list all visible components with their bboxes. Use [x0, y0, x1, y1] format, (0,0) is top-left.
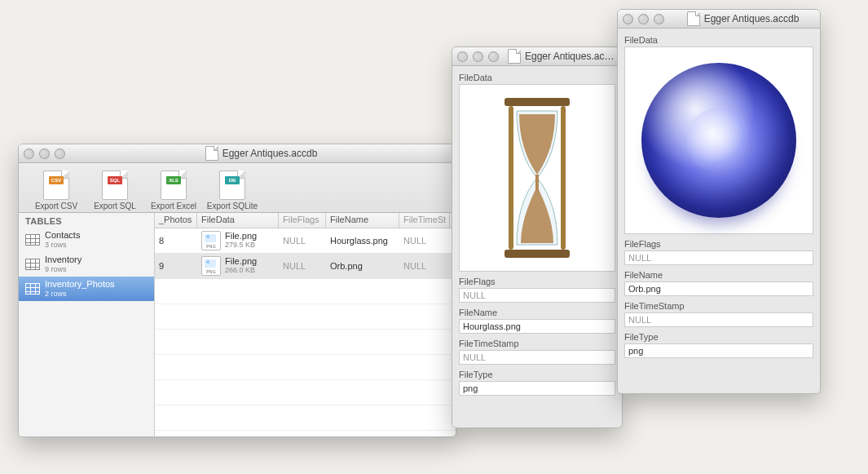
window-title: Egger Antiques.accdb	[525, 51, 615, 62]
cell-file-size: 266.0 KB	[225, 266, 257, 275]
close-icon[interactable]	[457, 51, 468, 62]
toolbar: CSV Export CSV SQL Export SQL XLS Export…	[19, 163, 456, 213]
label-fileflags: FileFlags	[459, 277, 615, 286]
cell-file-name: File.png	[225, 257, 257, 266]
filedata-image	[624, 47, 813, 234]
table-icon	[25, 283, 40, 295]
col-filename[interactable]: FileName	[326, 213, 399, 228]
field-fileflags[interactable]: NULL	[624, 250, 813, 265]
zoom-icon[interactable]	[55, 148, 65, 159]
sidebar-item-label: Inventory	[45, 255, 82, 264]
sidebar-heading: TABLES	[19, 213, 154, 228]
detail-window-hourglass: Egger Antiques.accdb FileData FileFlags …	[452, 47, 623, 428]
col-fileflags[interactable]: FileFlags	[279, 213, 326, 228]
export-excel-label: Export Excel	[151, 202, 196, 210]
svg-rect-3	[561, 106, 566, 250]
sidebar: TABLES Contacts 3 rows Inventory 9 rows …	[19, 213, 155, 437]
svg-rect-4	[535, 175, 539, 191]
detail1-titlebar[interactable]: Egger Antiques.accdb	[452, 47, 622, 66]
csv-icon: CSV	[49, 176, 64, 184]
export-csv-label: Export CSV	[35, 202, 77, 210]
data-grid: _Photos FileData FileFlags FileName File…	[155, 213, 456, 437]
field-filetype[interactable]: png	[459, 381, 615, 396]
label-filedata: FileData	[459, 73, 615, 82]
sidebar-item-label: Contacts	[45, 230, 80, 240]
export-sqlite-label: Export SQLite	[207, 202, 258, 210]
sidebar-item-inventory-photos[interactable]: Inventory_Photos 2 rows	[19, 277, 154, 301]
sidebar-item-rowcount: 9 rows	[45, 264, 82, 274]
export-sqlite-button[interactable]: DB Export SQLite	[203, 171, 262, 210]
field-filets[interactable]: NULL	[624, 312, 813, 327]
detail-window-orb: Egger Antiques.accdb FileData FileFlags …	[617, 9, 821, 394]
sidebar-item-label: Inventory_Photos	[45, 279, 115, 289]
db-icon: DB	[225, 176, 240, 184]
traffic-lights	[24, 148, 65, 159]
cell-id: 9	[155, 261, 197, 271]
svg-rect-1	[504, 250, 570, 258]
document-icon	[205, 146, 218, 161]
label-filets: FileTimeStamp	[459, 339, 615, 348]
png-icon	[201, 256, 221, 276]
minimize-icon[interactable]	[638, 14, 649, 24]
field-fileflags[interactable]: NULL	[459, 288, 615, 303]
field-filetype[interactable]: png	[624, 343, 813, 358]
zoom-icon[interactable]	[654, 14, 664, 24]
close-icon[interactable]	[24, 148, 34, 159]
export-csv-button[interactable]: CSV Export CSV	[27, 171, 86, 210]
cell-fileflags: NULL	[279, 261, 326, 271]
cell-file-size: 279.5 KB	[225, 241, 257, 250]
grid-header: _Photos FileData FileFlags FileName File…	[155, 213, 456, 228]
filedata-image	[459, 84, 615, 272]
col-filetimestamp[interactable]: FileTimeSt	[399, 213, 450, 228]
empty-rows	[155, 279, 456, 437]
label-filedata: FileData	[624, 35, 813, 45]
traffic-lights	[623, 14, 664, 24]
label-fileflags: FileFlags	[624, 239, 813, 249]
export-excel-button[interactable]: XLS Export Excel	[144, 171, 203, 210]
sidebar-item-rowcount: 2 rows	[45, 289, 115, 299]
traffic-lights	[457, 51, 499, 62]
label-filename: FileName	[624, 270, 813, 280]
hourglass-icon	[496, 96, 578, 259]
table-row[interactable]: 8 File.png 279.5 KB NULL Hourglass.png N…	[155, 228, 456, 254]
export-sql-button[interactable]: SQL Export SQL	[86, 171, 144, 210]
label-filename: FileName	[459, 308, 615, 317]
sidebar-item-inventory[interactable]: Inventory 9 rows	[19, 252, 154, 277]
cell-file-name: File.png	[225, 232, 257, 241]
orb-icon	[641, 63, 796, 218]
cell-filename: Hourglass.png	[326, 236, 399, 246]
close-icon[interactable]	[623, 14, 633, 24]
sidebar-item-rowcount: 3 rows	[45, 240, 80, 250]
svg-rect-0	[504, 98, 570, 106]
main-titlebar[interactable]: Egger Antiques.accdb	[19, 144, 456, 163]
cell-filedata: File.png 279.5 KB	[197, 231, 279, 250]
export-sql-label: Export SQL	[94, 202, 136, 210]
cell-filename: Orb.png	[326, 261, 399, 271]
minimize-icon[interactable]	[473, 51, 483, 62]
window-title: Egger Antiques.accdb	[223, 148, 318, 159]
png-icon	[201, 231, 221, 250]
detail2-titlebar[interactable]: Egger Antiques.accdb	[618, 10, 820, 29]
label-filets: FileTimeStamp	[624, 301, 813, 311]
window-title: Egger Antiques.accdb	[704, 13, 800, 24]
table-icon	[25, 234, 40, 246]
col-photos[interactable]: _Photos	[155, 213, 197, 228]
cell-id: 8	[155, 236, 197, 246]
field-filets[interactable]: NULL	[459, 350, 615, 365]
svg-rect-2	[509, 106, 513, 250]
document-icon	[687, 11, 700, 26]
cell-fileflags: NULL	[279, 236, 326, 246]
sql-icon: SQL	[108, 176, 122, 184]
table-row[interactable]: 9 File.png 266.0 KB NULL Orb.png NULL	[155, 254, 456, 279]
xls-icon: XLS	[166, 176, 181, 184]
zoom-icon[interactable]	[488, 51, 499, 62]
cell-filets: NULL	[399, 236, 450, 246]
sidebar-item-contacts[interactable]: Contacts 3 rows	[19, 228, 154, 252]
cell-filedata: File.png 266.0 KB	[197, 256, 279, 276]
label-filetype: FileType	[459, 370, 615, 379]
main-window: Egger Antiques.accdb CSV Export CSV SQL …	[18, 144, 456, 437]
field-filename[interactable]: Orb.png	[624, 281, 813, 296]
minimize-icon[interactable]	[39, 148, 50, 159]
field-filename[interactable]: Hourglass.png	[459, 319, 615, 334]
col-filedata[interactable]: FileData	[197, 213, 279, 228]
